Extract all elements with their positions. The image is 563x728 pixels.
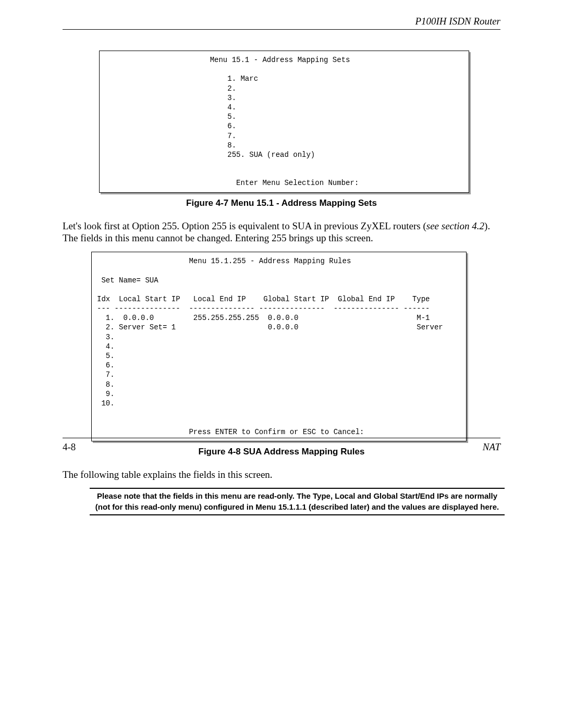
footer-page-number: 4-8 bbox=[63, 441, 76, 453]
para1-part-a: Let's look first at Option 255. Option 2… bbox=[63, 220, 426, 231]
figure-caption-1: Figure 4-7 Menu 15.1 - Address Mapping S… bbox=[63, 198, 500, 208]
para1-emphasis: see section 4.2 bbox=[426, 220, 484, 231]
header-title: P100IH ISDN Router bbox=[415, 16, 500, 27]
page-footer: 4-8 NAT bbox=[63, 438, 500, 453]
menu-box-1-wrap: Menu 15.1 - Address Mapping Sets 1. Marc… bbox=[99, 51, 469, 193]
footer-section: NAT bbox=[483, 441, 500, 453]
paragraph-2: The following table explains the fields … bbox=[63, 468, 500, 481]
page-header: P100IH ISDN Router bbox=[63, 16, 500, 30]
menu-box-2: Menu 15.1.255 - Address Mapping Rules Se… bbox=[91, 252, 467, 441]
paragraph-1: Let's look first at Option 255. Option 2… bbox=[63, 220, 500, 245]
menu-box-2-wrap: Menu 15.1.255 - Address Mapping Rules Se… bbox=[91, 252, 467, 441]
menu-box-1: Menu 15.1 - Address Mapping Sets 1. Marc… bbox=[99, 51, 469, 193]
note-box: Please note that the fields in this menu… bbox=[90, 488, 505, 515]
